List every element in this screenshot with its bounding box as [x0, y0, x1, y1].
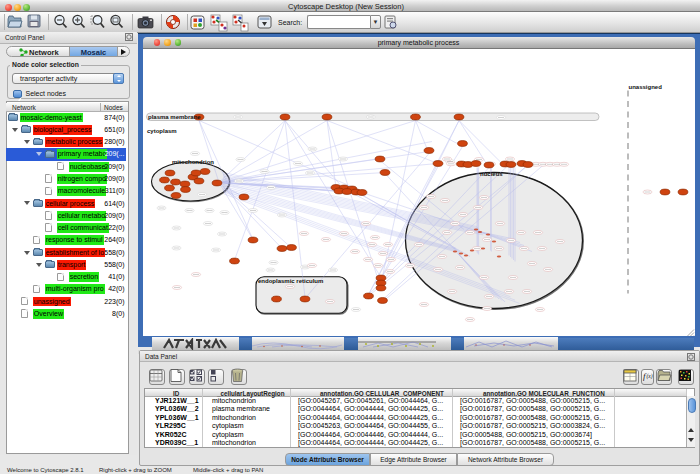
svg-text:plasma membrane: plasma membrane [148, 114, 201, 120]
svg-text:cytoplasm: cytoplasm [147, 127, 177, 133]
svg-text:(x): (x) [647, 373, 653, 380]
svg-text:mitochondrion: mitochondrion [172, 158, 214, 164]
svg-text:unassigned: unassigned [629, 83, 663, 89]
svg-text:endoplasmic reticulum: endoplasmic reticulum [258, 277, 323, 283]
svg-text:nucleus: nucleus [480, 171, 503, 177]
